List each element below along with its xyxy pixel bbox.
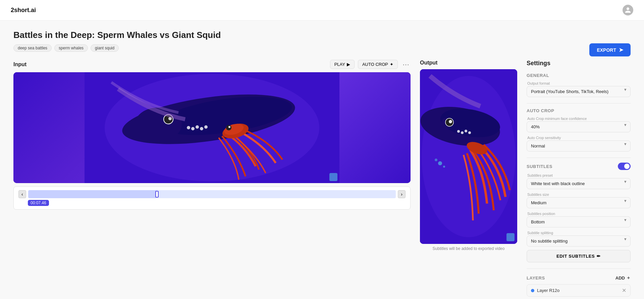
input-panel-header: Input PLAY ▶ AUTO CROP ✦ ⋯ xyxy=(13,60,411,69)
edit-icon: ✏ xyxy=(597,254,601,259)
subtitles-preset-label: Subtitles preset xyxy=(527,173,631,177)
timeline-prev-button[interactable]: ‹ xyxy=(18,190,26,198)
timeline-next-button[interactable]: › xyxy=(398,190,406,198)
subtitles-section: Subtitles Subtitles preset White text wi… xyxy=(527,163,631,262)
subtitles-size-label: Subtitles size xyxy=(527,193,631,197)
timeline-thumb[interactable] xyxy=(155,191,159,198)
divider-3 xyxy=(527,268,631,269)
output-panel-header: Output xyxy=(420,60,517,66)
output-video-illustration xyxy=(420,69,517,244)
settings-title: Settings xyxy=(527,60,631,67)
subtitles-toggle[interactable] xyxy=(618,163,631,170)
page-title: Battles in the Deep: Sperm Whales vs Gia… xyxy=(13,30,631,40)
subtitles-size-wrapper: Subtitles size Medium xyxy=(527,193,631,208)
subtitles-position-wrapper: Subtitles position Bottom xyxy=(527,212,631,227)
output-video-frame xyxy=(420,69,517,244)
subtitles-section-title: Subtitles xyxy=(527,164,552,169)
more-options-button[interactable]: ⋯ xyxy=(401,60,411,69)
layers-section: Layers ADD ＋ Layer R12o ✕ xyxy=(527,275,631,297)
export-button[interactable]: EXPORT ➤ xyxy=(589,43,631,56)
autocrop-sensitivity-label: Auto Crop sensitivity xyxy=(527,136,631,140)
svg-point-29 xyxy=(461,131,464,134)
subtitles-preset-wrapper: Subtitles preset White text with black o… xyxy=(527,173,631,189)
export-arrow-icon: ➤ xyxy=(619,47,623,53)
layers-section-title: Layers xyxy=(527,275,545,281)
svg-point-14 xyxy=(187,126,190,129)
general-section: General Output format Portrait (YouTube … xyxy=(527,73,631,97)
layer-item: Layer R12o ✕ xyxy=(527,284,631,297)
autocrop-icon: ✦ xyxy=(390,62,393,67)
output-format-label: Output format xyxy=(527,81,631,85)
timeline-area: ‹ › 00:07.46 xyxy=(13,186,411,210)
output-panel: Output xyxy=(420,60,517,251)
input-panel: Input PLAY ▶ AUTO CROP ✦ ⋯ xyxy=(13,60,411,210)
tag-sperm-whales[interactable]: sperm whales xyxy=(54,44,88,52)
subtitles-position-label: Subtitles position xyxy=(527,212,631,216)
layer-close-button[interactable]: ✕ xyxy=(622,287,626,294)
autocrop-section-title: Auto Crop xyxy=(527,108,631,113)
user-avatar[interactable] xyxy=(623,5,633,15)
input-video-inner xyxy=(13,72,411,183)
output-format-select[interactable]: Portrait (YouTube Shorts, TikTok, Reels) xyxy=(527,86,631,97)
panels-container: Input PLAY ▶ AUTO CROP ✦ ⋯ xyxy=(13,60,631,299)
subtitle-note: Subtitles will be added to exported vide… xyxy=(420,246,517,251)
general-section-title: General xyxy=(527,73,631,78)
svg-rect-35 xyxy=(506,233,515,241)
subtitles-position-select[interactable]: Bottom xyxy=(527,216,631,227)
subtitles-size-select[interactable]: Medium xyxy=(527,197,631,208)
subtitle-splitting-label: Subtitle splitting xyxy=(527,231,631,235)
layer-left: Layer R12o xyxy=(531,288,559,293)
subtitles-preset-select[interactable]: White text with black outline xyxy=(527,178,631,189)
svg-point-17 xyxy=(200,127,203,130)
play-icon: ▶ xyxy=(347,62,350,67)
timeline-bar-row: ‹ › xyxy=(18,190,406,198)
timeline-progress xyxy=(28,190,157,198)
divider-1 xyxy=(527,103,631,103)
input-panel-title: Input xyxy=(13,61,26,68)
tag-giant-squid[interactable]: giant squid xyxy=(91,44,119,52)
svg-point-15 xyxy=(191,127,195,130)
svg-point-34 xyxy=(443,166,445,168)
autocrop-confidence-select[interactable]: 40% xyxy=(527,121,631,132)
autocrop-button[interactable]: AUTO CROP ✦ xyxy=(358,60,398,69)
play-button[interactable]: PLAY ▶ xyxy=(330,60,355,69)
subtitles-header: Subtitles xyxy=(527,163,631,170)
edit-subtitles-label: EDIT SUBTITLES xyxy=(556,254,595,259)
input-video-frame xyxy=(13,72,411,183)
svg-point-28 xyxy=(457,130,460,133)
svg-point-30 xyxy=(465,130,467,132)
layers-header: Layers ADD ＋ xyxy=(527,275,631,281)
svg-point-10 xyxy=(228,126,230,128)
main-content: EXPORT ➤ Battles in the Deep: Sperm Whal… xyxy=(0,20,644,299)
svg-point-31 xyxy=(468,131,471,134)
autocrop-section: Auto Crop Auto Crop minimum face confide… xyxy=(527,108,631,152)
output-video-inner xyxy=(420,69,517,244)
autocrop-sensitivity-wrapper: Auto Crop sensitivity Normal xyxy=(527,136,631,152)
input-video-illustration xyxy=(13,72,411,183)
play-label: PLAY xyxy=(334,62,345,67)
top-nav: 2short.ai xyxy=(0,0,644,20)
timestamp-badge: 00:07.46 xyxy=(28,200,49,206)
export-label: EXPORT xyxy=(597,47,616,53)
divider-2 xyxy=(527,158,631,158)
tag-deep-sea[interactable]: deep sea battles xyxy=(13,44,52,52)
timeline-track[interactable] xyxy=(28,190,396,198)
settings-panel: Settings General Output format Portrait … xyxy=(527,60,631,299)
svg-point-16 xyxy=(196,125,199,129)
autocrop-label: AUTO CROP xyxy=(362,62,388,67)
subtitle-splitting-wrapper: Subtitle splitting No subtitle splitting xyxy=(527,231,631,247)
edit-subtitles-button[interactable]: EDIT SUBTITLES ✏ xyxy=(527,250,631,262)
svg-point-26 xyxy=(449,120,452,123)
output-format-wrapper: Output format Portrait (YouTube Shorts, … xyxy=(527,81,631,97)
autocrop-sensitivity-select[interactable]: Normal xyxy=(527,140,631,152)
add-layer-button[interactable]: ADD ＋ xyxy=(615,275,631,281)
app-logo: 2short.ai xyxy=(11,7,36,14)
layer-dot-icon xyxy=(531,289,534,292)
autocrop-confidence-label: Auto Crop minimum face confidence xyxy=(527,117,631,121)
svg-point-32 xyxy=(438,161,442,165)
subtitle-splitting-select[interactable]: No subtitle splitting xyxy=(527,236,631,247)
svg-point-33 xyxy=(435,159,437,161)
autocrop-confidence-wrapper: Auto Crop minimum face confidence 40% xyxy=(527,117,631,132)
add-icon: ＋ xyxy=(626,275,631,281)
input-panel-controls: PLAY ▶ AUTO CROP ✦ ⋯ xyxy=(330,60,411,69)
